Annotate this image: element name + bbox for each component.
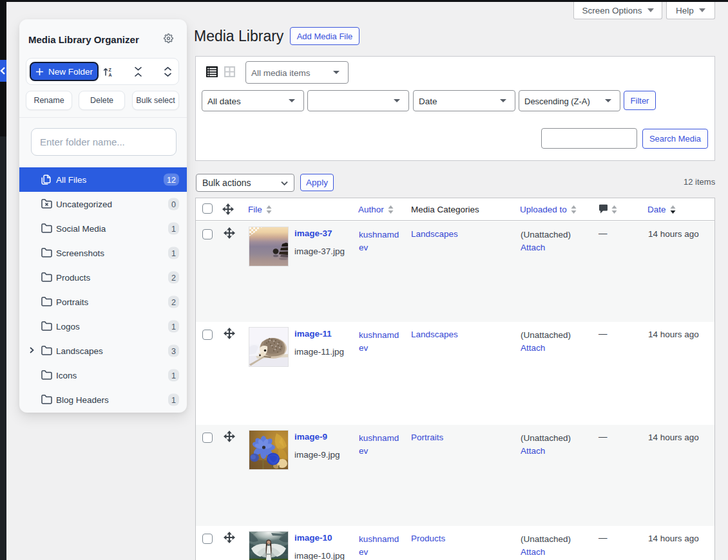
svg-text:A: A (108, 72, 111, 76)
svg-text:Z: Z (108, 67, 111, 71)
